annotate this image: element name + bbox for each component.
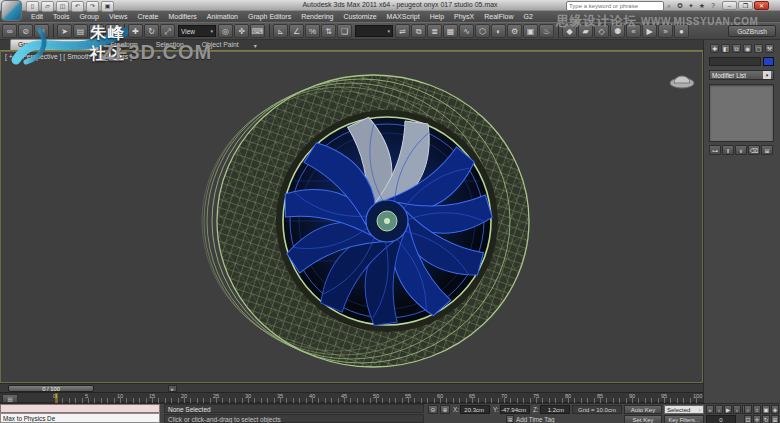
open-file-icon[interactable]: ▱: [41, 1, 54, 12]
ribbon-tab-freeform[interactable]: Freeform: [103, 40, 145, 50]
menu-group[interactable]: Group: [74, 11, 103, 22]
subscription-center-icon[interactable]: ✪: [675, 1, 685, 10]
window-crossing-toggle-icon[interactable]: ⬚: [105, 24, 120, 38]
x-coordinate-field[interactable]: 20.3cm: [460, 405, 490, 414]
add-time-tag[interactable]: ⊞ Add Time Tag: [506, 415, 554, 423]
menu-help[interactable]: Help: [425, 11, 449, 22]
percent-snap-icon[interactable]: %: [305, 24, 320, 38]
menu-graph-editors[interactable]: Graph Editors: [243, 11, 296, 22]
chevron-down-icon[interactable]: ▾: [210, 28, 213, 34]
maximize-button[interactable]: ❐: [738, 1, 753, 10]
menu-customize[interactable]: Customize: [338, 11, 381, 22]
schematic-view-icon[interactable]: ⬡: [475, 24, 490, 38]
menu-tools[interactable]: Tools: [48, 11, 74, 22]
chevron-down-icon[interactable]: ▾: [698, 407, 701, 413]
modifier-list-dropdown[interactable]: Modifier List ▾: [709, 70, 774, 80]
trackbar-options-icon[interactable]: ▤: [2, 394, 18, 403]
macro-recorder-pane[interactable]: [0, 404, 160, 413]
menu-g2[interactable]: G2: [518, 11, 537, 22]
save-file-icon[interactable]: ◫: [56, 1, 69, 12]
zoom-region-button[interactable]: ⊡: [744, 415, 752, 423]
select-and-manipulate-icon[interactable]: ✜: [234, 24, 249, 38]
infocenter-search-icon[interactable]: ⌕: [664, 1, 674, 10]
remove-modifier-button[interactable]: ⌫: [748, 145, 760, 155]
menu-maxscript[interactable]: MAXScript: [382, 11, 425, 22]
set-key-button[interactable]: Set Key: [624, 415, 662, 423]
maximize-viewport-button[interactable]: ⊞: [771, 415, 779, 423]
physx-step-icon[interactable]: »: [658, 24, 673, 38]
menu-create[interactable]: Create: [132, 11, 163, 22]
hierarchy-tab-icon[interactable]: ⧉: [732, 44, 741, 53]
named-selection-sets-dropdown[interactable]: ▾: [355, 25, 393, 37]
object-color-swatch[interactable]: [763, 57, 774, 66]
time-slider-handle[interactable]: 0 / 100: [8, 385, 94, 392]
rendered-frame-window-icon[interactable]: ▣: [523, 24, 538, 38]
infocenter-search-box[interactable]: [566, 1, 664, 11]
layer-manager-icon[interactable]: ≣: [427, 24, 442, 38]
select-and-move-icon[interactable]: ✚: [128, 24, 143, 38]
graphite-ribbon-toggle-icon[interactable]: ▦: [443, 24, 458, 38]
object-name-field[interactable]: [709, 57, 761, 66]
zoom-all-button[interactable]: ⌗: [753, 405, 761, 414]
physx-cloth-icon[interactable]: ▰: [578, 24, 593, 38]
select-by-name-icon[interactable]: ▤: [73, 24, 88, 38]
communication-center-icon[interactable]: ✦: [686, 1, 696, 10]
track-bar-ruler[interactable]: ▤ 05101520253035404550556065707580859095…: [0, 392, 703, 403]
viewport-label[interactable]: [ + ] [ Perspective ] [ Smooth + Highlig…: [5, 53, 132, 60]
selection-lock-toggle[interactable]: ⊝: [428, 405, 438, 414]
select-and-rotate-icon[interactable]: ↻: [144, 24, 159, 38]
current-frame-field[interactable]: [706, 415, 736, 423]
physx-rewind-icon[interactable]: «: [626, 24, 641, 38]
display-tab-icon[interactable]: ▢: [754, 44, 763, 53]
menu-realflow[interactable]: RealFlow: [479, 11, 518, 22]
select-and-link-icon[interactable]: ∞: [2, 24, 17, 38]
menu-rendering[interactable]: Rendering: [296, 11, 338, 22]
physx-play-icon[interactable]: ▶: [642, 24, 657, 38]
render-production-icon[interactable]: ♨: [539, 24, 554, 38]
add-time-tag-label[interactable]: Add Time Tag: [516, 416, 554, 423]
play-button[interactable]: ▶: [724, 405, 732, 414]
menu-views[interactable]: Views: [104, 11, 133, 22]
previous-frame-button[interactable]: ‹: [715, 405, 723, 414]
time-slider-next-frame-button[interactable]: ▸: [168, 385, 177, 392]
render-setup-icon[interactable]: ⚙: [507, 24, 522, 38]
pin-stack-button[interactable]: ⊶: [709, 145, 721, 155]
material-editor-icon[interactable]: ◐: [491, 24, 506, 38]
edit-named-selection-sets-icon[interactable]: ❏: [337, 24, 352, 38]
reference-coordinate-system-dropdown[interactable]: View▾: [178, 25, 216, 37]
next-frame-button[interactable]: ›: [733, 405, 741, 414]
make-unique-button[interactable]: ∨: [735, 145, 747, 155]
absolute-offset-mode-toggle[interactable]: ⊕: [440, 405, 450, 414]
zoom-button[interactable]: ⌕: [744, 405, 752, 414]
physx-constraint-icon[interactable]: ◇: [594, 24, 609, 38]
key-filters-button[interactable]: Key Filters...: [664, 415, 704, 423]
ribbon-minimize-icon[interactable]: ▾: [250, 41, 261, 50]
3ds-max-logo-button[interactable]: [1, 0, 22, 21]
ribbon-tab-graphite-modeling-tools[interactable]: Graphite Modeling Tools: [10, 39, 99, 50]
close-button[interactable]: ✕: [754, 1, 769, 10]
project-folder-icon[interactable]: ▣: [101, 1, 114, 12]
pan-button[interactable]: ✛: [753, 415, 761, 423]
physx-ragdoll-icon[interactable]: ⚉: [610, 24, 625, 38]
chevron-down-icon[interactable]: ▾: [387, 28, 390, 34]
chevron-down-icon[interactable]: ▾: [763, 71, 771, 79]
angle-snap-icon[interactable]: ∠: [289, 24, 304, 38]
configure-modifier-sets-button[interactable]: ⊞: [761, 145, 773, 155]
spinner-snap-icon[interactable]: ⇅: [321, 24, 336, 38]
listener-pane[interactable]: Max to Physics De: [0, 413, 160, 423]
undo-icon[interactable]: ↶: [71, 1, 84, 12]
keyboard-shortcut-override-icon[interactable]: ⌨: [250, 24, 265, 38]
redo-icon[interactable]: ↷: [86, 1, 99, 12]
new-scene-icon[interactable]: ▯: [26, 1, 39, 12]
key-mode-selected-dropdown[interactable]: Selected ▾: [664, 405, 704, 414]
help-icon[interactable]: ?: [708, 1, 718, 10]
rectangular-selection-region-icon[interactable]: ▭: [89, 24, 104, 38]
modifier-stack-list[interactable]: [709, 84, 774, 142]
curve-editor-icon[interactable]: ∿: [459, 24, 474, 38]
align-icon[interactable]: ⧉: [411, 24, 426, 38]
menu-physx[interactable]: PhysX: [449, 11, 479, 22]
auto-key-button[interactable]: Auto Key: [624, 405, 662, 414]
unlink-selection-icon[interactable]: ⊘: [18, 24, 33, 38]
maxscript-mini-listener[interactable]: Max to Physics De: [0, 404, 160, 423]
search-input[interactable]: [567, 3, 655, 9]
